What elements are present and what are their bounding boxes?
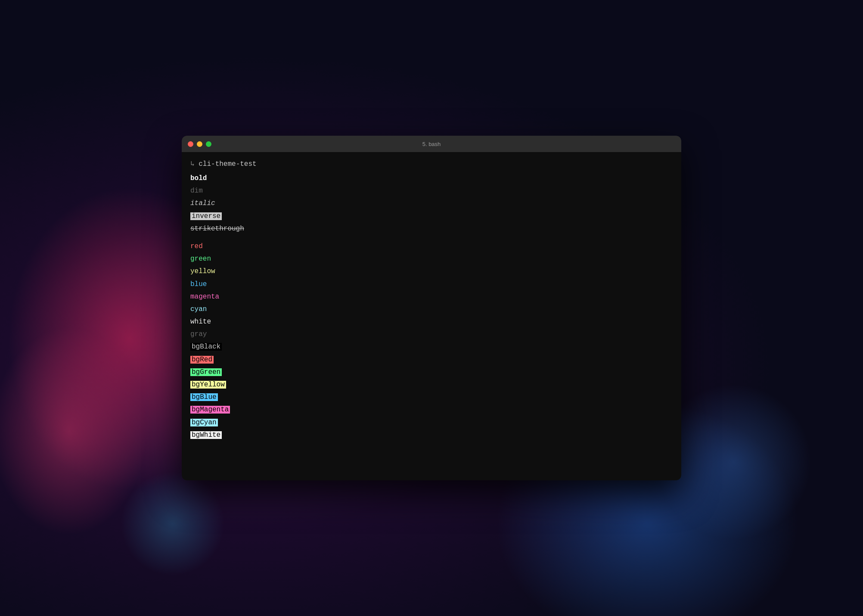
line-magenta: magenta: [190, 291, 673, 303]
line-cyan: cyan: [190, 304, 673, 315]
traffic-lights: [188, 141, 211, 147]
maximize-button[interactable]: [206, 141, 211, 147]
line-red: red: [190, 241, 673, 252]
line-bgblue: bgBlue: [190, 392, 673, 403]
line-green: green: [190, 253, 673, 265]
minimize-button[interactable]: [197, 141, 202, 147]
line-italic: italic: [190, 198, 673, 209]
spacer: [190, 236, 673, 241]
line-bgcyan: bgCyan: [190, 417, 673, 429]
line-strikethrough: strikethrough: [190, 223, 673, 235]
titlebar: 5. bash: [182, 136, 681, 152]
line-white: white: [190, 316, 673, 328]
line-bgyellow: bgYellow: [190, 379, 673, 391]
line-blue: blue: [190, 279, 673, 290]
line-gray: gray: [190, 329, 673, 340]
window-title: 5. bash: [422, 141, 441, 147]
line-bgred: bgRed: [190, 354, 673, 366]
close-button[interactable]: [188, 141, 193, 147]
line-bgwhite: bgWhite: [190, 429, 673, 441]
prompt-line: ↳ cli-theme-test: [190, 159, 673, 169]
terminal-body[interactable]: ↳ cli-theme-test bold dim italic inverse…: [182, 152, 681, 480]
line-yellow: yellow: [190, 266, 673, 277]
prompt-arrow: ↳: [190, 160, 195, 168]
prompt-command: cli-theme-test: [199, 160, 256, 168]
terminal-window: 5. bash ↳ cli-theme-test bold dim italic…: [182, 136, 681, 480]
line-bgblack: bgBlack: [190, 341, 673, 353]
line-dim: dim: [190, 185, 673, 197]
line-bgmagenta: bgMagenta: [190, 404, 673, 416]
line-bggreen: bgGreen: [190, 367, 673, 378]
line-inverse: inverse: [190, 211, 673, 222]
line-bold: bold: [190, 173, 673, 184]
